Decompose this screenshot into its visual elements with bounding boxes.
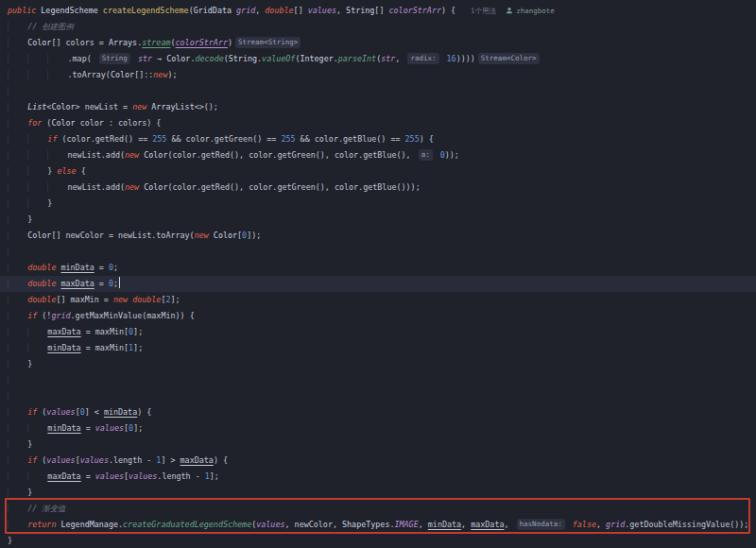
type-token: Color — [166, 54, 190, 63]
code-line[interactable]: if (!grid.getMaxMinValue(maxMin)) { — [0, 308, 756, 324]
indent-guide — [8, 343, 27, 352]
type-token: Color — [214, 231, 237, 240]
code-line[interactable]: if (color.getRed() == 255 && color.getGr… — [0, 131, 756, 147]
indent-guide — [8, 231, 27, 240]
code-line[interactable]: } — [0, 533, 756, 548]
code-line[interactable]: for (Color color : colors) { — [0, 115, 756, 131]
keyword-token: new — [195, 231, 209, 240]
number-token: 255 — [281, 134, 295, 144]
code-line[interactable]: } — [0, 356, 756, 372]
local-variable-token: maxData — [47, 327, 80, 336]
indent-guide — [8, 134, 27, 144]
interface-token: List — [27, 102, 46, 111]
code-line[interactable]: .map( String str → Color.decode(String.v… — [0, 51, 756, 67]
indent-guide — [8, 439, 27, 449]
local-variable-token: maxData — [60, 279, 94, 288]
type-token: String — [229, 54, 257, 63]
code-line[interactable]: newList.add(new Color(color.getRed(), co… — [0, 180, 756, 196]
code-line[interactable]: double minData = 0; — [0, 260, 756, 276]
code-line[interactable]: public LegendScheme createLegendScheme(G… — [0, 3, 756, 19]
code-line[interactable]: minData = values[0]; — [0, 420, 756, 437]
code-token: = — [94, 263, 109, 272]
author-icon[interactable] — [506, 6, 513, 15]
code-token: ]; — [210, 471, 219, 481]
author-hint[interactable]: zhangbote — [516, 7, 555, 15]
code-line[interactable]: } else { — [0, 163, 756, 180]
indent-guide — [8, 86, 27, 95]
code-token: )); — [445, 150, 459, 160]
parameter-token: str — [138, 54, 152, 63]
local-variable-token: maxData — [180, 455, 214, 465]
inlay-hint-chip: Stream<Color> — [478, 53, 540, 64]
code-line[interactable]: maxData = values[values.length - 1]; — [0, 469, 756, 485]
usages-hint[interactable]: 1个用法 — [471, 7, 496, 15]
number-token: 16 — [447, 54, 456, 63]
code-line[interactable]: Color[] colors = Arrays.stream(colorStrA… — [0, 35, 756, 51]
type-token: Color — [51, 102, 75, 111]
type-token: GridData — [194, 6, 236, 15]
code-token: ] > — [161, 455, 180, 465]
code-token: ( — [42, 118, 51, 128]
indent-guide — [8, 182, 27, 192]
code-line[interactable]: if (values[values.length - 1] > maxData)… — [0, 453, 756, 469]
keyword-token: if — [27, 407, 37, 417]
code-token: { — [77, 166, 86, 176]
text-caret — [119, 277, 120, 288]
code-token: } — [27, 214, 32, 224]
indent-guide — [8, 407, 27, 417]
code-line[interactable]: } — [0, 196, 756, 212]
parameter-token: values — [46, 455, 75, 465]
keyword-token: else — [57, 166, 76, 176]
indent-guide — [8, 54, 27, 63]
code-token: [] — [374, 6, 388, 15]
local-variable-token: minData — [47, 343, 80, 352]
code-line[interactable]: newList.add(new Color(color.getRed(), co… — [0, 147, 756, 163]
indent-guide — [27, 166, 47, 176]
code-token: color : colors) { — [76, 118, 162, 128]
indent-guide — [47, 70, 67, 79]
code-line[interactable]: } — [0, 485, 756, 501]
code-line[interactable]: // 创建图例 — [0, 19, 756, 35]
parameter-token: values — [308, 6, 336, 15]
keyword-token: double — [27, 263, 56, 272]
parameter-token: values — [80, 455, 109, 465]
parameter-token: values — [95, 423, 124, 433]
code-line[interactable]: return LegendManage.createGraduatedLegen… — [0, 517, 756, 533]
code-line[interactable]: Color[] newColor = newList.toArray(new C… — [0, 228, 756, 244]
code-line[interactable] — [0, 83, 756, 99]
code-line[interactable]: } — [0, 437, 756, 453]
parameter-token: colorStrArr — [176, 38, 228, 47]
code-line[interactable] — [0, 372, 756, 388]
code-line[interactable]: } — [0, 212, 756, 228]
code-line[interactable]: .toArray(Color[]::new); — [0, 67, 756, 83]
indent-guide — [27, 134, 47, 144]
code-token: ) { — [214, 455, 228, 465]
indent-guide — [8, 150, 27, 160]
indent-guide — [27, 423, 47, 433]
type-token: Arrays — [109, 38, 137, 47]
code-editor[interactable]: public LegendScheme createLegendScheme(G… — [0, 0, 756, 548]
code-line[interactable]: double maxData = 0; — [0, 276, 756, 292]
code-token: ) — [228, 38, 232, 47]
code-line[interactable] — [0, 244, 756, 260]
indent-guide — [8, 327, 27, 336]
indent-guide — [8, 22, 27, 31]
code-line[interactable] — [0, 388, 756, 404]
parameter-token: grid — [606, 520, 625, 529]
code-line[interactable]: double[] maxMin = new double[2]; — [0, 292, 756, 308]
code-line[interactable]: maxData = maxMin[0]; — [0, 324, 756, 340]
code-token: .toArray( — [68, 70, 111, 79]
static-method-token: decode — [195, 54, 223, 63]
code-line[interactable]: List<Color> newList = new ArrayList<>(); — [0, 99, 756, 115]
code-token: && color.getBlue() == — [296, 134, 405, 144]
code-line[interactable]: // 渐变值 — [0, 501, 756, 517]
code-token: .getMaxMinValue(maxMin)) { — [71, 311, 195, 320]
code-token: (! — [37, 311, 51, 320]
indent-guide — [27, 150, 47, 160]
indent-guide — [27, 70, 47, 79]
code-line[interactable]: minData = maxMin[1]; — [0, 340, 756, 356]
code-line[interactable]: if (values[0] < minData) { — [0, 404, 756, 420]
inlay-hint-chip: String — [99, 53, 130, 64]
indent-guide — [8, 38, 27, 47]
keyword-token: false — [573, 520, 596, 529]
